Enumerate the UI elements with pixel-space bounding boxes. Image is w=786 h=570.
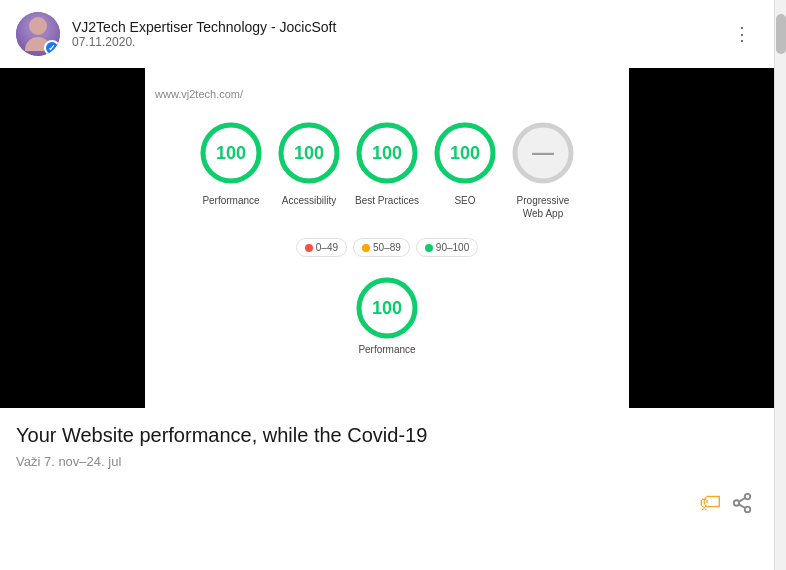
score-accessibility: 100 Accessibility — [274, 118, 344, 207]
post-footer: 🏷 — [0, 481, 774, 531]
tag-icon[interactable]: 🏷 — [694, 487, 726, 519]
post-image: www.vj2tech.com/ 100 Performance — [0, 68, 774, 408]
post-header-left: VJ2Tech Expertiser Technology - JocicSof… — [16, 12, 336, 56]
site-url: www.vj2tech.com/ — [155, 88, 243, 100]
legend-item-mid: 50–89 — [353, 238, 410, 257]
score-value-accessibility: 100 — [294, 143, 324, 164]
post-title: Your Website performance, while the Covi… — [16, 422, 758, 448]
score-label-best-practices: Best Practices — [355, 194, 419, 207]
post-validity: Važi 7. nov–24. jul — [16, 454, 758, 469]
legend-dot-high — [425, 244, 433, 252]
second-score-area: 100 Performance — [352, 273, 422, 356]
post-header: VJ2Tech Expertiser Technology - JocicSof… — [0, 0, 774, 68]
post-meta: VJ2Tech Expertiser Technology - JocicSof… — [72, 19, 336, 49]
score-seo: 100 SEO — [430, 118, 500, 207]
verified-badge — [44, 40, 60, 56]
circle-seo: 100 — [430, 118, 500, 188]
score-best-practices: 100 Best Practices — [352, 118, 422, 207]
more-options-button[interactable]: ⋮ — [726, 18, 758, 50]
circle-pwa: — — [508, 118, 578, 188]
image-content-panel: www.vj2tech.com/ 100 Performance — [145, 68, 629, 408]
post-date: 07.11.2020. — [72, 35, 336, 49]
right-black-panel — [629, 68, 774, 408]
circle-best-practices: 100 — [352, 118, 422, 188]
score-performance: 100 Performance — [196, 118, 266, 207]
legend-item-high: 90–100 — [416, 238, 478, 257]
post-bottom: Your Website performance, while the Covi… — [0, 408, 774, 481]
legend-label-low: 0–49 — [316, 242, 338, 253]
score-value-seo: 100 — [450, 143, 480, 164]
score-pwa: — Progressive Web App — [508, 118, 578, 220]
legend-label-mid: 50–89 — [373, 242, 401, 253]
share-icon[interactable] — [726, 487, 758, 519]
svg-line-15 — [739, 498, 745, 502]
legend-row: 0–49 50–89 90–100 — [296, 238, 478, 257]
post-card: VJ2Tech Expertiser Technology - JocicSof… — [0, 0, 774, 531]
scrollbar-thumb[interactable] — [776, 14, 786, 54]
score-label-accessibility: Accessibility — [282, 194, 336, 207]
score-label-pwa: Progressive Web App — [511, 194, 576, 220]
post-author: VJ2Tech Expertiser Technology - JocicSof… — [72, 19, 336, 35]
svg-line-14 — [739, 504, 745, 508]
scrollbar[interactable] — [774, 0, 786, 570]
avatar — [16, 12, 60, 56]
score-label-seo: SEO — [454, 194, 475, 207]
circle-performance: 100 — [196, 118, 266, 188]
score-label-performance: Performance — [202, 194, 259, 207]
second-score-label: Performance — [358, 343, 415, 356]
legend-dot-mid — [362, 244, 370, 252]
second-score-value: 100 — [372, 298, 402, 319]
scores-row: 100 Performance 100 Acces — [196, 118, 578, 220]
circle-second-performance: 100 — [352, 273, 422, 343]
score-value-best-practices: 100 — [372, 143, 402, 164]
circle-accessibility: 100 — [274, 118, 344, 188]
legend-item-low: 0–49 — [296, 238, 347, 257]
score-value-performance: 100 — [216, 143, 246, 164]
left-black-panel — [0, 68, 145, 408]
score-value-pwa: — — [532, 140, 554, 166]
legend-dot-low — [305, 244, 313, 252]
legend-label-high: 90–100 — [436, 242, 469, 253]
